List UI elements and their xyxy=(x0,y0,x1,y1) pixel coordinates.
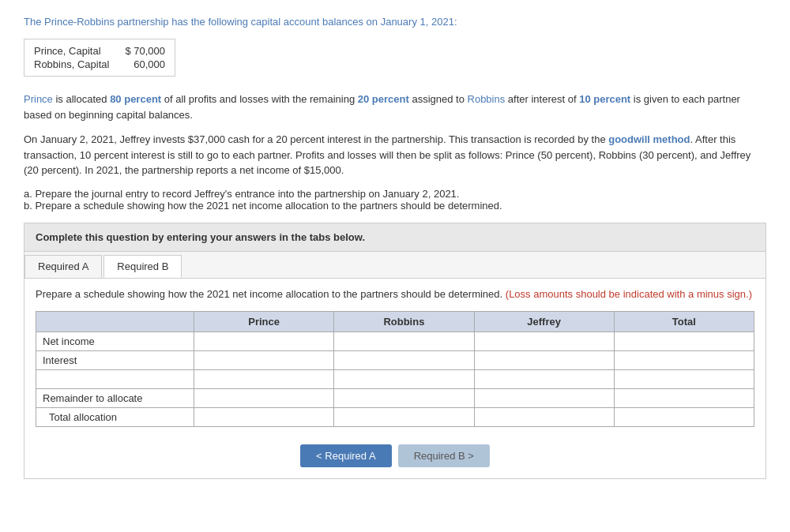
input-total[interactable] xyxy=(621,373,747,385)
cell-total[interactable] xyxy=(614,351,754,370)
input-robbins[interactable] xyxy=(340,354,467,366)
input-prince[interactable] xyxy=(201,335,327,347)
capital-value: $ 70,000 xyxy=(125,44,165,58)
table-row: Interest xyxy=(36,351,754,370)
input-robbins[interactable] xyxy=(340,373,467,385)
input-prince[interactable] xyxy=(201,392,327,404)
row-label: Interest xyxy=(36,351,194,370)
capital-label: Robbins, Capital xyxy=(34,58,125,71)
table-row: Net income xyxy=(36,332,754,351)
question-a: a. Prepare the journal entry to record J… xyxy=(24,188,766,200)
input-prince[interactable] xyxy=(201,411,327,423)
next-button[interactable]: Required B > xyxy=(398,444,490,467)
row-label: Net income xyxy=(36,332,194,351)
cell-jeffrey[interactable] xyxy=(474,332,614,351)
paragraph1: Prince is allocated 80 percent of all pr… xyxy=(24,92,766,122)
cell-robbins[interactable] xyxy=(334,389,474,408)
cell-total[interactable] xyxy=(614,389,754,408)
capital-label: Prince, Capital xyxy=(34,44,125,58)
cell-prince[interactable] xyxy=(194,389,334,408)
capital-table: Prince, Capital$ 70,000Robbins, Capital6… xyxy=(24,39,175,77)
cell-robbins[interactable] xyxy=(334,408,474,427)
tab-required-b[interactable]: Required B xyxy=(103,255,182,278)
header-col-robbins: Robbins xyxy=(334,312,474,332)
input-jeffrey[interactable] xyxy=(481,411,608,423)
tabs-container: Required A Required B Prepare a schedule… xyxy=(24,252,766,480)
header-col-jeffrey: Jeffrey xyxy=(474,312,614,332)
tab-instruction: Prepare a schedule showing how the 2021 … xyxy=(36,287,754,302)
cell-jeffrey[interactable] xyxy=(474,408,614,427)
row-label: Total allocation xyxy=(36,408,194,427)
tab-required-a[interactable]: Required A xyxy=(24,255,102,278)
input-robbins[interactable] xyxy=(340,411,467,423)
input-jeffrey[interactable] xyxy=(481,392,608,404)
input-total[interactable] xyxy=(621,335,747,347)
paragraph2: On January 2, 2021, Jeffrey invests $37,… xyxy=(24,132,766,178)
cell-robbins[interactable] xyxy=(334,351,474,370)
input-total[interactable] xyxy=(621,354,747,366)
input-robbins[interactable] xyxy=(340,392,467,404)
cell-prince[interactable] xyxy=(194,370,334,389)
input-total[interactable] xyxy=(621,392,747,404)
tab-content-required-b: Prepare a schedule showing how the 2021 … xyxy=(24,279,766,479)
input-jeffrey[interactable] xyxy=(481,335,608,347)
tabs-row: Required A Required B xyxy=(24,252,766,279)
schedule-table: PrinceRobbinsJeffreyTotal Net incomeInte… xyxy=(36,311,754,427)
prev-button[interactable]: < Required A xyxy=(300,444,392,467)
cell-total[interactable] xyxy=(614,370,754,389)
questions: a. Prepare the journal entry to record J… xyxy=(24,188,766,212)
nav-buttons: < Required A Required B > xyxy=(36,438,754,470)
cell-prince[interactable] xyxy=(194,408,334,427)
row-label: Remainder to allocate xyxy=(36,389,194,408)
complete-instruction: Complete this question by entering your … xyxy=(24,223,766,252)
cell-total[interactable] xyxy=(614,408,754,427)
header-col-prince: Prince xyxy=(194,312,334,332)
header-col-total: Total xyxy=(614,312,754,332)
row-label xyxy=(36,370,194,389)
input-prince[interactable] xyxy=(201,373,327,385)
cell-jeffrey[interactable] xyxy=(474,351,614,370)
loss-note: (Loss amounts should be indicated with a… xyxy=(506,288,752,300)
input-jeffrey[interactable] xyxy=(481,373,608,385)
input-jeffrey[interactable] xyxy=(481,354,608,366)
table-row xyxy=(36,370,754,389)
table-row: Total allocation xyxy=(36,408,754,427)
input-robbins[interactable] xyxy=(340,335,467,347)
cell-prince[interactable] xyxy=(194,332,334,351)
header-label-col xyxy=(36,312,194,332)
cell-prince[interactable] xyxy=(194,351,334,370)
cell-robbins[interactable] xyxy=(334,370,474,389)
cell-jeffrey[interactable] xyxy=(474,370,614,389)
intro-text: The Prince-Robbins partnership has the f… xyxy=(24,16,766,28)
input-total[interactable] xyxy=(621,411,747,423)
input-prince[interactable] xyxy=(201,354,327,366)
cell-jeffrey[interactable] xyxy=(474,389,614,408)
question-b: b. Prepare a schedule showing how the 20… xyxy=(24,200,766,212)
table-row: Remainder to allocate xyxy=(36,389,754,408)
capital-value: 60,000 xyxy=(125,58,165,71)
cell-robbins[interactable] xyxy=(334,332,474,351)
cell-total[interactable] xyxy=(614,332,754,351)
